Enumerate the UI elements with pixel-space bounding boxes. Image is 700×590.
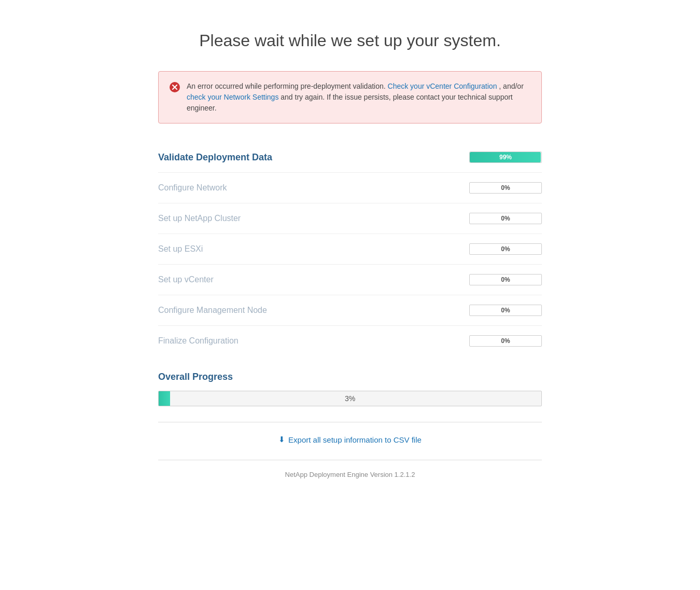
network-settings-link[interactable]: check your Network Settings: [187, 93, 278, 101]
task-progress-bar: 0%: [469, 274, 542, 285]
task-progress-bar: 0%: [469, 243, 542, 255]
footer-text: NetApp Deployment Engine Version 1.2.1.2: [158, 471, 542, 478]
task-label: Set up NetApp Cluster: [158, 214, 241, 223]
task-row: Finalize Configuration0%: [158, 326, 542, 356]
footer-divider: [158, 460, 542, 460]
task-label: Finalize Configuration: [158, 336, 239, 346]
task-progress-bar: 99%: [469, 152, 542, 163]
task-label: Configure Network: [158, 183, 227, 193]
tasks-section: Validate Deployment Data99%Configure Net…: [158, 142, 542, 356]
error-message-start: An error occurred while performing pre-d…: [187, 82, 386, 90]
overall-section: Overall Progress 3%: [158, 372, 542, 406]
task-label: Configure Management Node: [158, 306, 267, 315]
overall-title: Overall Progress: [158, 372, 542, 382]
download-icon: ⬇: [278, 435, 285, 444]
vcenter-config-link[interactable]: Check your vCenter Configuration: [388, 82, 497, 90]
error-message-middle: , and/or: [499, 82, 523, 90]
task-label: Set up ESXi: [158, 244, 203, 254]
task-row: Validate Deployment Data99%: [158, 142, 542, 173]
task-row: Set up ESXi0%: [158, 234, 542, 265]
task-row: Configure Network0%: [158, 173, 542, 203]
overall-progress-bar: 3%: [158, 391, 542, 406]
export-link[interactable]: ⬇ Export all setup information to CSV fi…: [278, 435, 422, 444]
task-progress-bar: 0%: [469, 305, 542, 316]
task-label: Set up vCenter: [158, 275, 214, 284]
error-text: An error occurred while performing pre-d…: [187, 81, 531, 114]
task-progress-label: 0%: [470, 213, 541, 224]
overall-bar-label: 3%: [159, 391, 541, 406]
export-section: ⬇ Export all setup information to CSV fi…: [158, 435, 542, 444]
error-banner: An error occurred while performing pre-d…: [158, 71, 542, 124]
task-progress-label: 0%: [470, 183, 541, 193]
task-progress-bar: 0%: [469, 335, 542, 347]
task-progress-label: 0%: [470, 305, 541, 315]
page-wrapper: Please wait while we set up your system.…: [148, 0, 552, 499]
task-progress-label: 0%: [470, 244, 541, 254]
task-progress-label: 0%: [470, 336, 541, 346]
export-divider: [158, 422, 542, 422]
task-label: Validate Deployment Data: [158, 152, 272, 163]
task-row: Set up NetApp Cluster0%: [158, 203, 542, 234]
task-progress-bar: 0%: [469, 213, 542, 224]
task-progress-bar: 0%: [469, 182, 542, 194]
task-progress-label: 0%: [470, 275, 541, 285]
export-label: Export all setup information to CSV file: [288, 435, 422, 444]
task-progress-label: 99%: [470, 152, 541, 162]
task-row: Configure Management Node0%: [158, 295, 542, 326]
page-title: Please wait while we set up your system.: [158, 31, 542, 50]
error-icon: [169, 81, 180, 93]
task-row: Set up vCenter0%: [158, 265, 542, 295]
